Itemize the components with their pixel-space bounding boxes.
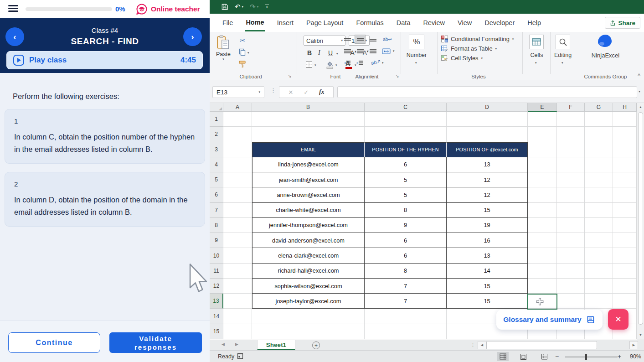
cell-C11[interactable]: 8: [365, 264, 447, 279]
next-sheet-button[interactable]: ▶: [235, 342, 238, 346]
column-header-G[interactable]: G: [585, 103, 613, 112]
previous-sheet-button[interactable]: ◀: [222, 342, 225, 346]
column-header-D[interactable]: D: [447, 103, 528, 112]
macro-record-icon[interactable]: [237, 353, 243, 359]
cell-B3[interactable]: EMAIL: [252, 142, 365, 157]
cell-C12[interactable]: 7: [365, 279, 447, 294]
cell-H11[interactable]: [613, 264, 637, 279]
cell-F4[interactable]: [557, 157, 585, 172]
cell-H4[interactable]: [613, 157, 637, 172]
vertical-scrollbar[interactable]: ▲ ▼: [637, 103, 644, 340]
row-header-10[interactable]: 10: [210, 248, 223, 263]
ninjaexcel-logo-icon[interactable]: [598, 35, 612, 47]
menu-tab-formulas[interactable]: Formulas: [350, 14, 390, 32]
borders-caret-icon[interactable]: ▾: [314, 63, 316, 67]
editing-caret-icon[interactable]: ▾: [562, 61, 563, 65]
menu-tab-review[interactable]: Review: [417, 14, 451, 32]
collapse-ribbon-button[interactable]: ^: [638, 72, 640, 79]
cell-D13[interactable]: 15: [447, 294, 528, 309]
menu-tab-file[interactable]: File: [216, 14, 239, 32]
cell-C2[interactable]: [365, 127, 447, 142]
cell-B7[interactable]: charlie-white@excel.com: [252, 203, 365, 218]
name-box[interactable]: E13 ▾: [212, 86, 264, 98]
continue-button[interactable]: Continue: [8, 332, 100, 353]
play-class-button[interactable]: Play class 4:45: [6, 51, 203, 69]
hamburger-menu-icon[interactable]: [8, 5, 18, 13]
scroll-right-button[interactable]: ▶: [629, 341, 638, 349]
cell-E6[interactable]: [528, 187, 557, 202]
cell-C13[interactable]: 7: [365, 294, 447, 309]
cell-H1[interactable]: [613, 112, 637, 127]
cell-D1[interactable]: [447, 112, 528, 127]
cell-E7[interactable]: [528, 203, 557, 218]
cut-icon[interactable]: ✂: [240, 36, 246, 45]
cell-G9[interactable]: [585, 233, 613, 248]
sheet-tab-sheet1[interactable]: Sheet1: [257, 340, 295, 350]
cell-E1[interactable]: [528, 112, 557, 127]
normal-view-button[interactable]: [497, 352, 509, 361]
cell-B6[interactable]: anne-brown@excel.com: [252, 187, 365, 202]
cell-F6[interactable]: [557, 187, 585, 202]
cell-B12[interactable]: sophia-wilson@excel.com: [252, 279, 365, 294]
clipboard-dialog-launcher[interactable]: ↘: [288, 74, 292, 78]
validate-responses-button[interactable]: Validate responses: [109, 332, 202, 353]
quick-access-toolbar-button[interactable]: ▾: [265, 5, 269, 9]
scroll-down-button[interactable]: ▼: [637, 331, 644, 339]
cell-A10[interactable]: [223, 248, 252, 263]
cell-C14[interactable]: [365, 309, 447, 324]
wrap-text-button[interactable]: ab↩: [382, 35, 393, 44]
cell-F2[interactable]: [557, 127, 585, 142]
confirm-entry-button[interactable]: ✓: [304, 89, 309, 96]
copy-icon[interactable]: [239, 48, 246, 56]
cell-C4[interactable]: 6: [365, 157, 447, 172]
cell-styles-button[interactable]: Cell Styles ▾: [441, 55, 522, 62]
align-middle-button[interactable]: [355, 35, 366, 44]
cell-H13[interactable]: [613, 294, 637, 309]
zoom-out-button[interactable]: −: [555, 353, 559, 360]
cell-D10[interactable]: 13: [447, 248, 528, 263]
cell-F13[interactable]: [557, 294, 585, 309]
cell-G1[interactable]: [585, 112, 613, 127]
cell-E8[interactable]: [528, 218, 557, 233]
align-left-button[interactable]: [342, 47, 353, 56]
cell-E9[interactable]: [528, 233, 557, 248]
orientation-caret-icon[interactable]: ▾: [382, 61, 384, 65]
page-layout-view-button[interactable]: [517, 352, 529, 361]
cell-C9[interactable]: 6: [365, 233, 447, 248]
cell-B4[interactable]: linda-jones@excel.com: [252, 157, 365, 172]
save-icon[interactable]: [221, 3, 228, 10]
column-header-A[interactable]: A: [223, 103, 252, 112]
page-break-view-button[interactable]: [538, 352, 550, 361]
column-header-B[interactable]: B: [252, 103, 365, 112]
column-header-H[interactable]: H: [613, 103, 637, 112]
cell-D8[interactable]: 19: [447, 218, 528, 233]
cell-D2[interactable]: [447, 127, 528, 142]
cell-D7[interactable]: 15: [447, 203, 528, 218]
menu-tab-data[interactable]: Data: [390, 14, 417, 32]
row-header-7[interactable]: 7: [210, 203, 223, 218]
cell-H8[interactable]: [613, 218, 637, 233]
row-header-6[interactable]: 6: [210, 187, 223, 202]
cell-B11[interactable]: richard-hall@excel.com: [252, 264, 365, 279]
align-center-button[interactable]: [355, 47, 366, 56]
cell-D5[interactable]: 12: [447, 172, 528, 187]
cell-B8[interactable]: jennifer-thompson@excel.com: [252, 218, 365, 233]
menu-tab-view[interactable]: View: [451, 14, 478, 32]
formula-bar-input[interactable]: [337, 86, 637, 98]
cell-C8[interactable]: 9: [365, 218, 447, 233]
copy-caret-icon[interactable]: ▾: [247, 51, 249, 55]
column-header-E[interactable]: E: [528, 103, 557, 112]
row-header-4[interactable]: 4: [210, 157, 223, 172]
cell-D9[interactable]: 16: [447, 233, 528, 248]
cell-A9[interactable]: [223, 233, 252, 248]
cell-B9[interactable]: david-anderson@excel.com: [252, 233, 365, 248]
cell-F9[interactable]: [557, 233, 585, 248]
align-right-button[interactable]: [367, 47, 378, 56]
borders-button[interactable]: [305, 61, 313, 68]
scroll-left-button[interactable]: ◀: [478, 341, 486, 349]
cell-A1[interactable]: [223, 112, 252, 127]
cell-A2[interactable]: [223, 127, 252, 142]
cell-G12[interactable]: [585, 279, 613, 294]
add-sheet-button[interactable]: +: [312, 341, 320, 349]
cell-H5[interactable]: [613, 172, 637, 187]
